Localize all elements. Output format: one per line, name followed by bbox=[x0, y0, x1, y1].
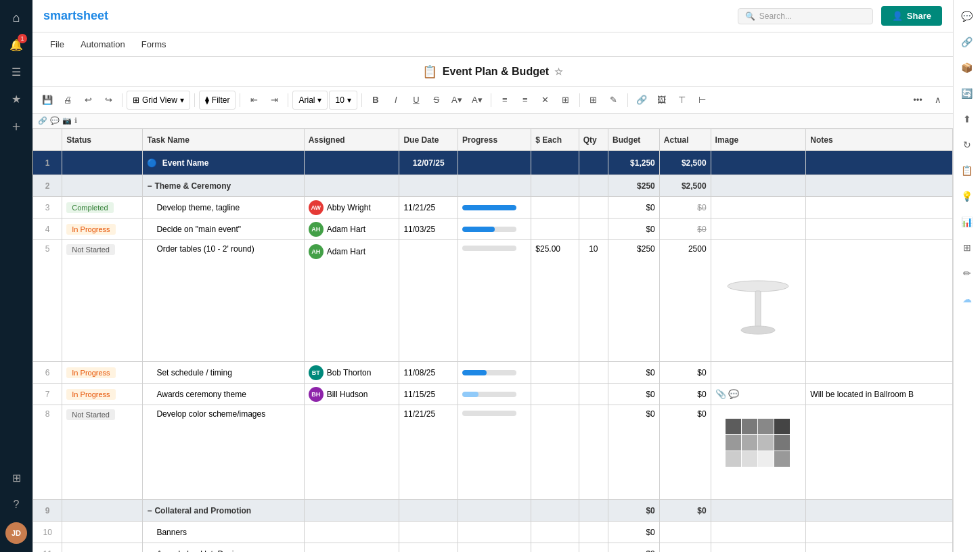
duedate-cell[interactable] bbox=[399, 240, 458, 362]
rp-upload[interactable]: ⬆ bbox=[956, 108, 978, 130]
status-cell[interactable]: In Progress bbox=[62, 218, 143, 240]
toolbar-fill-color[interactable]: A▾ bbox=[447, 91, 466, 110]
sidebar-browse[interactable]: ☰ bbox=[4, 60, 28, 84]
toolbar-collapse[interactable]: ∧ bbox=[929, 91, 948, 110]
toolbar-print[interactable]: 🖨 bbox=[58, 91, 77, 110]
progress-cell[interactable] bbox=[458, 362, 531, 384]
toolbar-col-split[interactable]: ⊤ bbox=[673, 91, 692, 110]
each-cell[interactable]: $25.00 bbox=[531, 240, 579, 362]
section-expand[interactable]: − bbox=[147, 506, 152, 515]
budget-cell[interactable]: $0 bbox=[608, 197, 660, 218]
sidebar-help[interactable]: ? bbox=[4, 492, 28, 517]
budget-cell[interactable]: $0 bbox=[608, 543, 660, 553]
col-assigned-header[interactable]: Assigned bbox=[304, 129, 399, 151]
sidebar-add[interactable]: ＋ bbox=[4, 114, 28, 138]
actual-cell[interactable]: $0 bbox=[659, 197, 711, 218]
table-row[interactable]: 5 Not Started Order tables (10 - 2' roun… bbox=[33, 240, 953, 362]
toolbar-table[interactable]: ⊞ bbox=[584, 91, 603, 110]
status-cell[interactable] bbox=[62, 175, 143, 197]
task-cell[interactable]: Develop theme, tagline bbox=[143, 197, 304, 218]
actual-cell[interactable]: $0 bbox=[659, 362, 711, 384]
toolbar-link[interactable]: 🔗 bbox=[632, 91, 651, 110]
actual-cell[interactable]: $0 bbox=[659, 405, 711, 500]
status-cell[interactable]: In Progress bbox=[62, 362, 143, 384]
table-row[interactable]: 3 Completed Develop theme, tagline AW Ab… bbox=[33, 197, 953, 218]
col-status-header[interactable]: Status bbox=[62, 129, 143, 151]
duedate-cell[interactable]: 11/21/25 bbox=[399, 405, 458, 500]
task-cell[interactable]: − Theme & Ceremony bbox=[143, 175, 304, 197]
sidebar-home[interactable]: ⌂ bbox=[4, 5, 28, 30]
budget-cell[interactable]: $0 bbox=[608, 362, 660, 384]
assigned-cell[interactable] bbox=[304, 151, 399, 175]
actual-cell[interactable]: $0 bbox=[659, 500, 711, 522]
sidebar-favorites[interactable]: ★ bbox=[4, 87, 28, 111]
toolbar-align-center[interactable]: ≡ bbox=[516, 91, 535, 110]
task-cell[interactable]: 🔵 Event Name bbox=[143, 151, 304, 175]
toolbar-undo[interactable]: ↩ bbox=[79, 91, 97, 110]
actual-cell[interactable]: $2,500 bbox=[659, 151, 711, 175]
progress-cell[interactable] bbox=[458, 197, 531, 218]
table-row[interactable]: 6 In Progress Set schedule / timing BT B… bbox=[33, 362, 953, 384]
toolbar-bold[interactable]: B bbox=[366, 91, 385, 110]
rp-edit[interactable]: ✏ bbox=[956, 262, 978, 284]
table-row[interactable]: 1 🔵 Event Name 12/07/25 $1,250 $2,500 bbox=[33, 151, 953, 175]
task-cell[interactable]: Order tables (10 - 2' round) bbox=[143, 240, 304, 362]
budget-cell[interactable]: $1,250 bbox=[608, 151, 660, 175]
toolbar-more[interactable]: ••• bbox=[908, 91, 927, 110]
attachment-icon[interactable]: 📎 bbox=[715, 389, 726, 399]
actual-cell[interactable]: $2,500 bbox=[659, 175, 711, 197]
col-notes-header[interactable]: Notes bbox=[806, 129, 953, 151]
comment-icon[interactable]: 💬 bbox=[728, 389, 739, 399]
table-row[interactable]: 9 − Collateral and Promotion $0 $0 bbox=[33, 500, 953, 522]
rp-grid[interactable]: ⊞ bbox=[956, 237, 978, 258]
task-cell[interactable]: Banners bbox=[143, 522, 304, 543]
budget-cell[interactable]: $250 bbox=[608, 240, 660, 362]
toolbar-indent-left[interactable]: ⇤ bbox=[244, 91, 263, 110]
task-cell[interactable]: − Collateral and Promotion bbox=[143, 500, 304, 522]
col-image-header[interactable]: Image bbox=[711, 129, 806, 151]
toolbar-highlight[interactable]: ✎ bbox=[604, 91, 623, 110]
duedate-cell[interactable]: 11/15/25 bbox=[399, 384, 458, 405]
budget-cell[interactable]: $250 bbox=[608, 175, 660, 197]
status-cell[interactable]: Not Started bbox=[62, 240, 143, 362]
task-cell[interactable]: Agenda booklet: Design bbox=[143, 543, 304, 553]
task-cell[interactable]: Awards ceremony theme bbox=[143, 384, 304, 405]
task-cell[interactable]: Develop color scheme/images bbox=[143, 405, 304, 500]
menu-file[interactable]: File bbox=[43, 37, 71, 52]
toolbar-underline[interactable]: U bbox=[407, 91, 426, 110]
table-row[interactable]: 8 Not Started Develop color scheme/image… bbox=[33, 405, 953, 500]
font-selector[interactable]: Arial ▾ bbox=[292, 91, 328, 110]
toolbar-image[interactable]: 🖼 bbox=[652, 91, 671, 110]
col-qty-header[interactable]: Qty bbox=[579, 129, 608, 151]
rp-activity[interactable]: 🔄 bbox=[956, 83, 978, 104]
filter-selector[interactable]: ⧫ Filter bbox=[199, 91, 236, 110]
search-bar[interactable]: 🔍 Search... bbox=[738, 8, 873, 24]
toolbar-row-split[interactable]: ⊢ bbox=[693, 91, 712, 110]
assigned-cell[interactable]: BH Bill Hudson bbox=[304, 384, 399, 405]
actual-cell[interactable]: $0 bbox=[659, 218, 711, 240]
notes-cell[interactable]: Will be located in Ballroom B bbox=[806, 384, 953, 405]
notes-cell[interactable] bbox=[806, 151, 953, 175]
status-cell[interactable]: In Progress bbox=[62, 384, 143, 405]
budget-cell[interactable]: $0 bbox=[608, 522, 660, 543]
col-duedate-header[interactable]: Due Date bbox=[399, 129, 458, 151]
budget-cell[interactable]: $0 bbox=[608, 218, 660, 240]
duedate-cell[interactable]: 12/07/25 bbox=[399, 151, 458, 175]
duedate-cell[interactable]: 11/21/25 bbox=[399, 197, 458, 218]
qty-cell[interactable] bbox=[579, 151, 608, 175]
assigned-cell[interactable]: AW Abby Wright bbox=[304, 197, 399, 218]
col-budget-header[interactable]: Budget bbox=[608, 129, 660, 151]
sheet-area[interactable]: 🔗 💬 📷 ℹ Status Task Name Assigned Due Da… bbox=[32, 114, 953, 552]
each-cell[interactable] bbox=[531, 151, 579, 175]
toolbar-clear[interactable]: ✕ bbox=[536, 91, 555, 110]
col-actual-header[interactable]: Actual bbox=[659, 129, 711, 151]
col-each-header[interactable]: $ Each bbox=[531, 129, 579, 151]
assigned-cell[interactable]: BT Bob Thorton bbox=[304, 362, 399, 384]
table-row[interactable]: 10 Banners $0 bbox=[33, 522, 953, 543]
actual-cell[interactable]: $0 bbox=[659, 384, 711, 405]
table-row[interactable]: 4 In Progress Decide on "main event" AH … bbox=[33, 218, 953, 240]
rp-links[interactable]: 🔗 bbox=[956, 31, 978, 53]
task-cell[interactable]: Set schedule / timing bbox=[143, 362, 304, 384]
actual-cell[interactable]: 2500 bbox=[659, 240, 711, 362]
table-row[interactable]: 2 − Theme & Ceremony $250 $2,500 bbox=[33, 175, 953, 197]
